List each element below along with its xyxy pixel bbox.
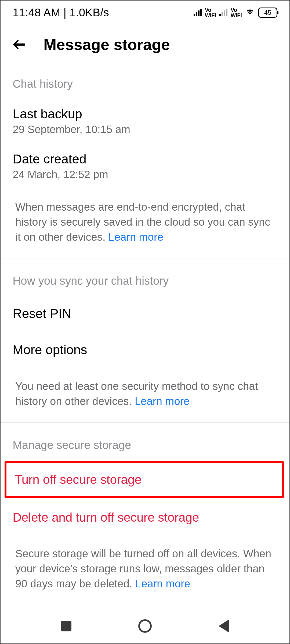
last-backup-value: 29 September, 10:15 am: [13, 123, 277, 136]
learn-more-link-3[interactable]: Learn more: [135, 578, 190, 590]
learn-more-link-1[interactable]: Learn more: [108, 231, 164, 243]
recents-button[interactable]: [61, 621, 71, 631]
last-backup-label: Last backup: [13, 107, 277, 121]
date-created-label: Date created: [13, 152, 277, 166]
vowifi-label-2: VoWiFi: [231, 7, 242, 18]
reset-pin-item[interactable]: Reset PIN: [1, 295, 289, 332]
navigation-bar: [1, 609, 289, 643]
status-time-speed: 11:48 AM | 1.0KB/s: [13, 6, 109, 19]
sync-info: You need at least one security method to…: [1, 368, 289, 422]
more-options-label: More options: [13, 342, 277, 357]
last-backup-item[interactable]: Last backup 29 September, 10:15 am: [1, 98, 289, 144]
vowifi-label-1: VoWiFi: [205, 7, 216, 18]
back-button[interactable]: [219, 619, 229, 633]
date-created-value: 24 March, 12:52 pm: [13, 169, 277, 181]
wifi-icon: [245, 7, 255, 18]
date-created-item[interactable]: Date created 24 March, 12:52 pm: [1, 144, 289, 189]
turn-off-label: Turn off secure storage: [15, 472, 274, 487]
signal-icon-2: [219, 9, 227, 16]
chat-history-info: When messages are end-to-end encrypted, …: [1, 189, 289, 258]
page-header: Message storage: [1, 25, 289, 61]
manage-info: Secure storage will be turned off on all…: [1, 535, 289, 605]
reset-pin-label: Reset PIN: [13, 306, 277, 321]
delete-turn-off-label: Delete and turn off secure storage: [13, 510, 277, 525]
page-title: Message storage: [44, 35, 170, 53]
section-chat-history-title: Chat history: [1, 61, 289, 98]
section-sync-title: How you sync your chat history: [1, 258, 289, 295]
home-button[interactable]: [138, 619, 152, 633]
learn-more-link-2[interactable]: Learn more: [135, 395, 190, 407]
delete-turn-off-item[interactable]: Delete and turn off secure storage: [1, 499, 289, 535]
more-options-item[interactable]: More options: [1, 332, 289, 368]
status-indicators: VoWiFi VoWiFi 45: [194, 7, 277, 18]
back-arrow-icon[interactable]: [11, 36, 27, 53]
battery-icon: 45: [258, 8, 277, 18]
status-bar: 11:48 AM | 1.0KB/s VoWiFi VoWiFi 45: [1, 1, 289, 25]
section-manage-title: Manage secure storage: [1, 423, 289, 460]
turn-off-secure-storage-item[interactable]: Turn off secure storage: [5, 461, 284, 498]
signal-icon-1: [194, 9, 202, 16]
